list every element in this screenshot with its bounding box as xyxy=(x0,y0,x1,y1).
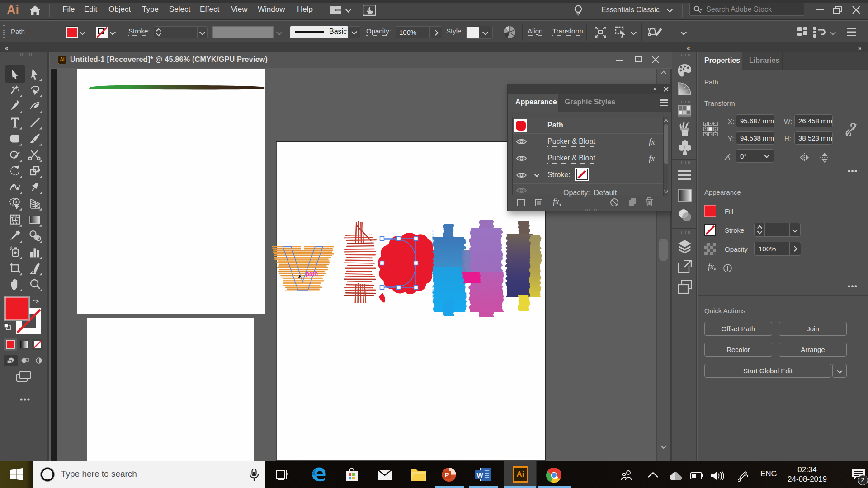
svg-text:W: W xyxy=(477,471,484,479)
svg-text:P: P xyxy=(445,471,449,479)
svg-text:path: path xyxy=(306,270,318,277)
